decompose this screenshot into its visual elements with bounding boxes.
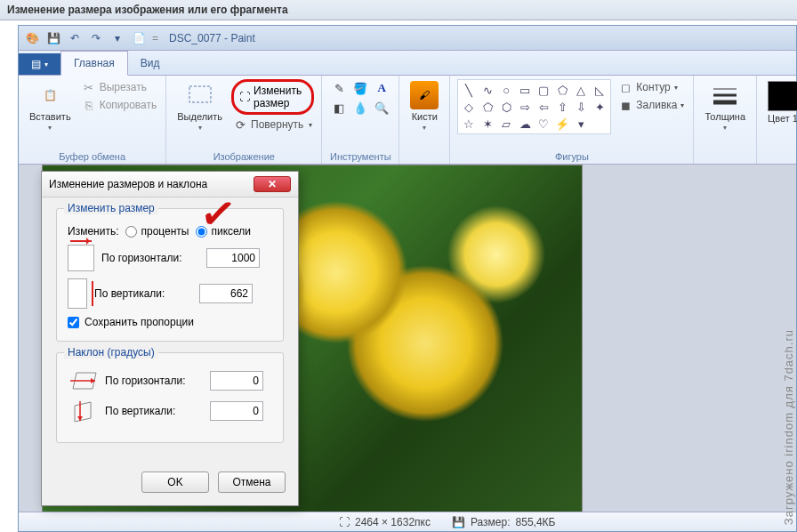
dialog-titlebar[interactable]: Изменение размеров и наклона ✕ [42,172,298,197]
brushes-button[interactable]: 🖌 Кисти ▾ [407,79,442,133]
arrow-l-shape[interactable]: ⇦ [535,99,552,115]
dialog-title: Изменение размеров и наклона [49,178,207,190]
callout-shape[interactable]: ▱ [497,116,515,132]
star4-shape[interactable]: ✦ [591,99,608,115]
close-icon: ✕ [268,178,277,190]
status-bar: ⛶2464 × 1632пкс 💾Размер: 855,4КБ [19,512,796,531]
star6-shape[interactable]: ✶ [479,116,496,132]
change-by-label: Изменить: [68,225,118,238]
save-icon[interactable]: 💾 [45,30,61,46]
curve-shape[interactable]: ∿ [479,82,496,98]
shapes-gallery[interactable]: ╲ ∿ ○ ▭ ▢ ⬠ △ ◺ ◇ ⬠ ⬡ ⇨ ⇦ ⇧ ⇩ ✦ ☆ [457,79,611,134]
skew-v-icon [68,399,98,423]
color1-swatch [768,81,797,111]
group-colors: Цвет 1 Ц [757,76,797,164]
file-menu[interactable]: ▤▾ [19,53,60,75]
select-icon [186,81,214,109]
scissors-icon: ✂ [82,80,96,94]
diamond-shape[interactable]: ◇ [460,99,478,115]
pencil-tool[interactable]: ✎ [329,79,349,97]
fill-button[interactable]: ◼Заливка▾ [616,97,686,113]
height-input[interactable] [199,284,253,303]
resize-group: Изменить размер Изменить: проценты пиксе… [56,208,284,342]
aspect-checkbox[interactable] [68,317,79,328]
fill-tool[interactable]: 🪣 [350,79,370,97]
rect-shape[interactable]: ▭ [516,82,534,98]
color1-button[interactable]: Цвет 1 [764,79,797,125]
select-button[interactable]: Выделить ▾ [173,79,226,133]
ribbon: 📋 Вставить ▾ ✂Вырезать ⎘Копировать Буфер… [19,76,796,165]
picker-tool[interactable]: 💧 [350,99,370,117]
radio-percent[interactable]: проценты [125,225,189,238]
rtriangle-shape[interactable]: ◺ [591,82,608,98]
arrow-u-shape[interactable]: ⇧ [553,99,571,115]
text-tool[interactable]: A [372,79,391,97]
ribbon-tabs: ▤▾ Главная Вид [19,51,796,76]
rotate-icon: ⟳ [233,117,247,132]
oval-shape[interactable]: ○ [497,82,515,98]
quick-access-toolbar: 🎨 💾 ↶ ↷ ▾ 📄 = DSC_0077 - Paint [19,26,796,51]
qat-dropdown-icon[interactable]: ▾ [109,30,125,46]
zoom-tool[interactable]: 🔍 [372,99,391,117]
brush-icon: 🖌 [410,81,439,109]
star5-shape[interactable]: ☆ [460,116,478,132]
pentagon-shape[interactable]: ⬠ [479,99,496,115]
skew-h-input[interactable] [210,371,263,391]
callout2-shape[interactable]: ☁ [516,116,534,132]
copy-button[interactable]: ⎘Копировать [80,97,159,113]
radio-pixels[interactable]: пиксели [196,225,251,238]
resize-button[interactable]: ⛶ Изменить размер [231,79,314,115]
skew-v-label: По вертикали: [105,405,203,417]
page-heading: Изменение размера изображения или его фр… [0,0,797,20]
thickness-button[interactable]: Толщина ▾ [701,79,749,133]
rotate-button[interactable]: ⟳Повернуть▾ [231,117,314,133]
disk-icon: 💾 [452,516,465,528]
group-shapes: ╲ ∿ ○ ▭ ▢ ⬠ △ ◺ ◇ ⬠ ⬡ ⇨ ⇦ ⇧ ⇩ ✦ ☆ [450,76,694,164]
arrow-d-shape[interactable]: ⇩ [572,99,590,115]
group-clipboard: 📋 Вставить ▾ ✂Вырезать ⎘Копировать Буфер… [19,76,166,164]
cut-button[interactable]: ✂Вырезать [80,79,159,95]
hexagon-shape[interactable]: ⬡ [497,99,515,115]
roundrect-shape[interactable]: ▢ [535,82,552,98]
lightning-shape[interactable]: ⚡ [553,116,571,132]
vertical-icon [68,278,87,309]
outline-icon: ◻ [618,80,632,94]
status-dimensions: ⛶2464 × 1632пкс [339,516,431,528]
fill-icon: ◼ [618,98,632,112]
horizontal-icon [68,245,94,271]
tab-view[interactable]: Вид [128,52,173,75]
eraser-tool[interactable]: ◧ [329,99,349,117]
paste-button[interactable]: 📋 Вставить ▾ [26,79,75,133]
watermark: Загружено irindom для 7dach.ru [782,329,795,525]
outline-button[interactable]: ◻Контур▾ [616,79,686,95]
heart-shape[interactable]: ♡ [535,116,552,132]
svg-rect-0 [189,86,211,102]
dialog-close-button[interactable]: ✕ [254,176,291,192]
arrow-r-shape[interactable]: ⇨ [516,99,534,115]
triangle-shape[interactable]: △ [572,82,590,98]
skew-v-input[interactable] [210,401,263,421]
tab-home[interactable]: Главная [60,51,128,76]
undo-icon[interactable]: ↶ [67,30,83,46]
line-shape[interactable]: ╲ [460,82,478,98]
paste-icon: 📋 [36,81,64,109]
group-tools: ✎ 🪣 A ◧ 💧 🔍 Инструменты [322,76,399,164]
more-shapes[interactable]: ▾ [572,116,590,132]
cancel-button[interactable]: Отмена [218,472,286,493]
skew-h-icon [68,369,98,392]
horizontal-label: По горизонтали: [101,252,199,264]
width-input[interactable] [206,248,260,268]
polygon-shape[interactable]: ⬠ [553,82,571,98]
document-icon: 📄 [131,30,147,46]
group-brushes: 🖌 Кисти ▾ [399,76,450,164]
resize-dialog: Изменение размеров и наклона ✕ Изменить … [41,171,299,506]
group-thickness: Толщина ▾ [694,76,757,164]
vertical-label: По вертикали: [94,287,192,300]
redo-icon[interactable]: ↷ [88,30,104,46]
svg-marker-6 [75,402,91,422]
copy-icon: ⎘ [82,98,96,112]
resize-icon: ⛶ [239,91,250,103]
menu-icon: ▤ [31,58,41,70]
ok-button[interactable]: OK [141,472,209,493]
app-icon[interactable]: 🎨 [24,30,40,46]
